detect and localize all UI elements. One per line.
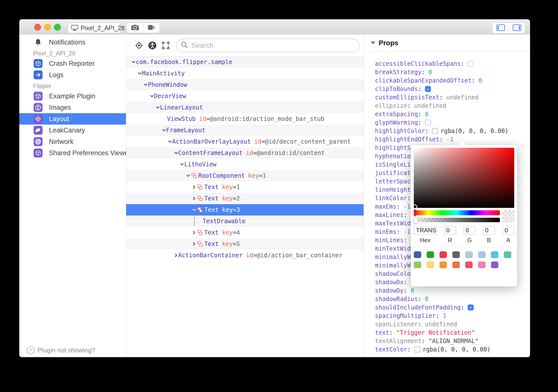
sidebar-item-crash-reporter[interactable]: Crash Reporter [19, 58, 126, 69]
preset-color-swatch[interactable] [440, 261, 447, 268]
chevron-right-icon[interactable] [192, 227, 196, 238]
tree-node-text[interactable]: Textkey=3 [126, 204, 364, 216]
preset-color-swatch[interactable] [440, 251, 447, 258]
preset-color-swatch[interactable] [478, 251, 486, 258]
green-input[interactable]: 0 [464, 226, 475, 235]
preset-color-swatch[interactable] [504, 251, 511, 258]
tree-node-phonewindow[interactable]: PhoneWindow [126, 79, 364, 90]
tree-node-viewstub[interactable]: ViewStubid=@android:id/action_mode_bar_s… [126, 113, 364, 125]
chevron-down-icon[interactable] [143, 79, 148, 90]
blue-input[interactable]: 0 [483, 226, 495, 235]
tree-node-actionbaroverlaylayout[interactable]: ActionBarOverlayLayoutid=@id/decor_conte… [126, 136, 364, 147]
preset-color-swatch[interactable] [478, 261, 486, 268]
chevron-down-icon[interactable] [174, 147, 178, 159]
tree-node-textdrawable[interactable]: TextDrawable [126, 216, 364, 227]
tree-node-text[interactable]: Textkey=2 [126, 193, 364, 204]
color-swatch-button[interactable] [432, 128, 438, 134]
hue-slider[interactable] [414, 210, 500, 215]
sidebar-item-network[interactable]: Network [19, 136, 126, 147]
accessibility-mode-button[interactable] [148, 41, 157, 50]
sidebar-item-layout[interactable]: Layout [19, 113, 126, 125]
preset-color-swatch[interactable] [452, 261, 460, 268]
hue-slider-thumb[interactable] [414, 210, 416, 216]
chevron-down-icon[interactable] [186, 170, 190, 181]
preset-color-swatch[interactable] [491, 261, 498, 268]
hex-input[interactable]: TRANS [414, 226, 437, 235]
chevron-down-icon[interactable] [168, 136, 172, 147]
prop-value[interactable]: 0 [479, 77, 482, 84]
tree-node-com-facebook-flipper-sample[interactable]: com.facebook.flipper.sample [126, 56, 364, 68]
chevron-down-icon[interactable] [138, 68, 142, 79]
alpha-slider[interactable] [414, 218, 500, 222]
tree-node-rootcomponent[interactable]: RootComponentkey=1 [126, 170, 364, 181]
unchecked-checkbox[interactable] [425, 120, 431, 126]
chevron-right-icon[interactable] [174, 250, 178, 261]
tree-node-actionbarcontainer[interactable]: ActionBarContainerid=@id/action_bar_cont… [126, 250, 364, 261]
sidebar-item-notifications[interactable]: Notifications [19, 37, 126, 48]
prop-value[interactable]: "Trigger Notification" [396, 329, 475, 336]
close-button[interactable] [34, 24, 41, 31]
prop-value[interactable]: 0 [425, 296, 428, 303]
preset-color-swatch[interactable] [414, 251, 421, 258]
saturation-area[interactable] [414, 148, 514, 208]
search-box[interactable] [177, 39, 360, 52]
sidebar-item-images[interactable]: Images [19, 102, 126, 113]
select-area-button[interactable] [161, 41, 170, 50]
alpha-input[interactable]: 0 [502, 226, 514, 235]
props-header[interactable]: Props [364, 35, 530, 51]
tree-node-decorview[interactable]: DecorView [126, 90, 364, 102]
plugin-not-showing-link[interactable]: ? Plugin not showing? [27, 346, 95, 354]
chevron-down-icon[interactable] [180, 159, 184, 170]
sidebar-item-example-plugin[interactable]: Example Plugin [19, 90, 126, 102]
chevron-down-icon[interactable] [156, 102, 160, 113]
preset-color-swatch[interactable] [465, 261, 473, 268]
sidebar-item-logs[interactable]: Logs [19, 69, 126, 81]
screenshot-button[interactable] [127, 23, 143, 33]
tree-node-framelayout[interactable]: FrameLayout [126, 125, 364, 136]
chevron-right-icon[interactable] [192, 238, 196, 250]
chevron-right-icon[interactable] [192, 181, 196, 193]
prop-value[interactable]: 1 [443, 312, 446, 319]
chevron-down-icon[interactable] [192, 204, 196, 216]
prop-value[interactable]: -1 [403, 203, 411, 210]
chevron-down-icon[interactable] [131, 56, 136, 68]
pick-element-button[interactable] [135, 41, 143, 50]
tree-node-text[interactable]: Textkey=4 [126, 227, 364, 238]
device-selector-button[interactable]: Pixel_2_API_28 [68, 23, 121, 33]
toggle-right-panel-button[interactable] [509, 23, 525, 33]
tree-node-mainactivity[interactable]: MainActivity [126, 68, 364, 79]
preset-color-swatch[interactable] [414, 261, 421, 268]
search-input[interactable] [191, 41, 357, 50]
preset-color-swatch[interactable] [427, 261, 434, 268]
prop-value[interactable]: 0 [428, 69, 432, 76]
prop-value[interactable]: -1 [403, 228, 411, 235]
sidebar-item-leakcanary[interactable]: LeakCanary [19, 125, 126, 136]
preset-color-swatch[interactable] [491, 251, 498, 258]
chevron-down-icon[interactable] [162, 125, 166, 136]
checked-checkbox[interactable]: ✓ [425, 86, 431, 92]
toggle-left-panel-button[interactable] [492, 23, 509, 33]
screen-record-button[interactable] [143, 23, 160, 33]
checked-checkbox[interactable]: ✓ [468, 305, 474, 310]
alpha-slider-thumb[interactable] [414, 217, 418, 224]
tree-node-text[interactable]: Textkey=5 [126, 238, 364, 250]
preset-color-swatch[interactable] [427, 251, 434, 258]
tree-node-lithoview[interactable]: LithoView [126, 159, 364, 170]
prop-value[interactable]: 0 [411, 287, 414, 294]
sidebar-item-shared-preferences-viewer[interactable]: Shared Preferences Viewer [19, 147, 126, 159]
saturation-cursor[interactable] [412, 204, 417, 210]
tree-node-linearlayout[interactable]: LinearLayout [126, 102, 364, 113]
preset-color-swatch[interactable] [452, 251, 460, 258]
prop-value[interactable]: 0 [425, 111, 428, 118]
chevron-down-icon[interactable] [150, 90, 154, 102]
preset-color-swatch[interactable] [465, 251, 473, 258]
red-input[interactable]: 0 [444, 226, 456, 235]
prop-value[interactable]: -1 [446, 136, 454, 143]
titlebar[interactable]: Pixel_2_API_28 [19, 19, 530, 35]
color-swatch-button[interactable] [414, 347, 420, 352]
unchecked-checkbox[interactable] [468, 61, 474, 67]
minimize-button[interactable] [44, 24, 51, 31]
zoom-button[interactable] [54, 24, 61, 31]
chevron-right-icon[interactable] [192, 193, 196, 204]
tree-node-text[interactable]: Textkey=1 [126, 181, 364, 193]
